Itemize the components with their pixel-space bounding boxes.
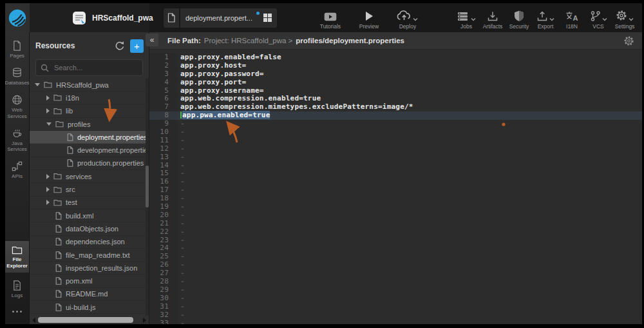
vcs-button[interactable]: VCS [587,10,609,30]
tree-item-README.md[interactable]: README.md [30,288,149,301]
database-icon [12,67,23,79]
sidebar-item-apis[interactable]: APIs [5,159,29,180]
tree-item-lib[interactable]: lib [30,105,149,118]
code-line-25[interactable]: 25- [149,253,642,261]
code-line-26[interactable]: 26- [149,261,642,269]
dashboard-grid-icon[interactable] [263,14,272,22]
tutorials-button[interactable]: Tutorials [319,10,341,30]
code-line-10[interactable]: 10- [149,128,642,137]
open-file-tab[interactable]: deployment.propert... [164,8,277,28]
code-line-15[interactable]: 15- [149,169,642,178]
chevron-down-icon[interactable] [46,122,52,126]
artifacts-button[interactable]: Artifacts [482,10,504,30]
code-line-9[interactable]: 9- [149,120,642,128]
jobs-button[interactable]: Jobs [455,10,477,30]
sidebar-item-pages[interactable]: Pages [5,39,29,60]
editor-settings-gear-icon[interactable] [623,35,634,46]
code-line-13[interactable]: 13- [149,153,642,162]
code-line-19[interactable]: 19- [149,203,642,211]
code-line-28[interactable]: 28- [149,278,642,286]
code-line-12[interactable]: 12- [149,145,642,153]
scrollbar-thumb[interactable] [38,317,133,323]
app-logo[interactable] [5,3,30,32]
scroll-right-icon[interactable] [143,318,146,323]
tree-item-services[interactable]: services [30,170,149,183]
sidebar-item-web-services[interactable]: Web Services [5,93,29,120]
add-resource-button[interactable]: + [130,39,144,53]
chevron-right-icon[interactable] [46,200,50,205]
empty-line-mark: - [180,285,185,294]
chevron-right-icon[interactable] [46,95,50,101]
chevron-right-icon[interactable] [46,174,50,179]
tree-item-deployment.properties[interactable]: deployment.properties [30,131,149,144]
search-input[interactable] [53,63,133,72]
export-button[interactable]: Export [535,10,556,30]
tree-vertical-scrollbar[interactable] [146,79,149,316]
sidebar-item-java-services[interactable]: Java Services [5,126,29,153]
tree-item-label: file_map_readme.txt [66,251,130,259]
collapse-panel-button[interactable]: « [146,34,158,46]
sidebar-item-more[interactable] [5,305,29,318]
tree-item-development.properties[interactable]: development.properties [30,144,149,157]
sidebar-item-databases[interactable]: Databases [5,66,29,87]
tree-item-ui-build.js[interactable]: ui-build.js [30,301,149,314]
code-line-3[interactable]: 3app.proxy.password= [149,70,642,79]
chevron-down-icon[interactable] [35,83,40,86]
tree-horizontal-scrollbar[interactable] [30,316,149,324]
code-line-30[interactable]: 30- [149,294,642,303]
i18n-button[interactable]: A I18N [561,10,583,30]
code-line-11[interactable]: 11- [149,137,642,145]
tree-item-dataObjects.json[interactable]: dataObjects.json [30,222,149,235]
tree-item-i18n[interactable]: i18n [30,92,149,104]
tree-item-inspection_results.json[interactable]: inspection_results.json [30,262,149,275]
deploy-button[interactable]: Deploy [397,10,419,30]
project-switcher[interactable]: HRScaffold_pwa [30,3,149,32]
translate-icon: A [565,10,579,21]
code-line-22[interactable]: 22- [149,228,642,236]
tree-item-label: dependencies.json [66,238,125,246]
project-name: HRScaffold_pwa [92,14,153,23]
chevron-right-icon[interactable] [46,187,50,192]
tree-item-pom.xml[interactable]: pom.xml [30,275,149,287]
tree-item-dependencies.json[interactable]: dependencies.json [30,236,149,249]
tree-item-production.properties[interactable]: production.properties [30,157,149,170]
line-number: 3 [149,70,178,79]
tree-item-HRScaffold_pwa[interactable]: HRScaffold_pwa [30,79,149,92]
code-line-4[interactable]: 4app.proxy.port= [149,79,642,87]
code-line-14[interactable]: 14- [149,162,642,170]
code-line-17[interactable]: 17- [149,186,642,195]
code-line-21[interactable]: 21- [149,220,642,228]
code-line-8[interactable]: 8app.pwa.enabled=true [149,111,642,120]
tree-item-test[interactable]: test [30,197,149,209]
code-line-2[interactable]: 2app.proxy.host= [149,62,642,70]
security-button[interactable]: Security [508,10,530,30]
code-line-1[interactable]: 1app.proxy.enabled=false [149,53,642,62]
chevron-right-icon[interactable] [46,108,50,113]
code-line-16[interactable]: 16- [149,178,642,186]
refresh-icon[interactable] [115,41,125,51]
tree-item-build.xml[interactable]: build.xml [30,209,149,222]
scrollbar-thumb[interactable] [146,166,149,207]
line-number: 22 [149,228,178,236]
empty-line-mark: - [180,169,185,177]
code-line-24[interactable]: 24- [149,244,642,253]
sidebar-item-file-explorer[interactable]: File Explorer [5,241,29,272]
sidebar-item-logs[interactable]: Logs [5,278,29,300]
code-line-29[interactable]: 29- [149,286,642,294]
code-line-20[interactable]: 20- [149,211,642,220]
settings-button[interactable]: Settings [614,10,636,30]
jobs-label: Jobs [460,23,472,30]
code-line-27[interactable]: 27- [149,269,642,278]
tree-item-src[interactable]: src [30,183,149,196]
gear-icon [616,10,627,21]
code-line-32[interactable]: 32- [149,311,642,320]
code-line-31[interactable]: 31- [149,303,642,311]
code-line-23[interactable]: 23- [149,236,642,245]
code-line-33[interactable]: 33- [149,320,642,325]
search-box[interactable] [35,59,143,76]
tree-item-file_map_readme.txt[interactable]: file_map_readme.txt [30,249,149,262]
scroll-left-icon[interactable] [32,318,35,323]
preview-button[interactable]: Preview [358,10,380,30]
code-line-18[interactable]: 18- [149,195,642,203]
tree-item-profiles[interactable]: profiles [30,118,149,131]
